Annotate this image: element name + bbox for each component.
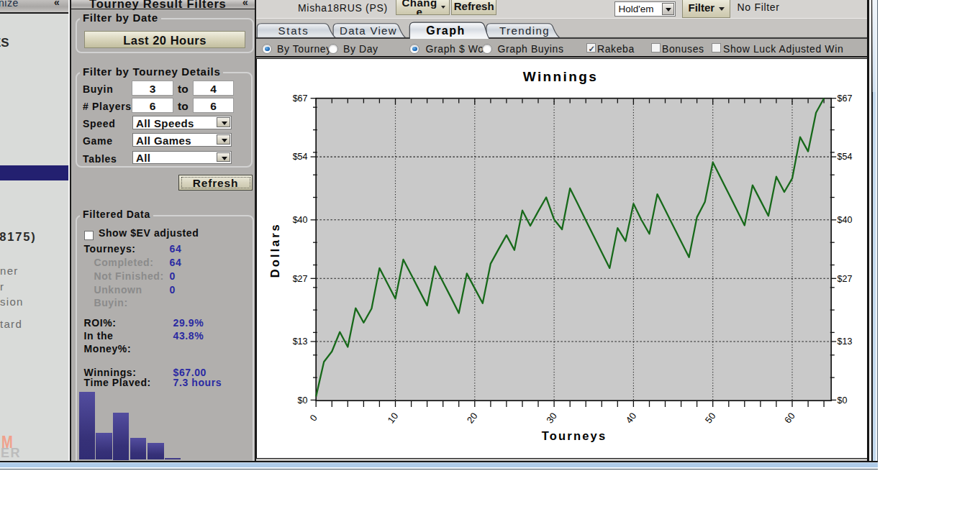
svg-text:$54: $54 <box>293 152 308 162</box>
svg-text:60: 60 <box>782 411 797 426</box>
svg-text:$13: $13 <box>293 336 308 347</box>
svg-text:$40: $40 <box>838 215 853 225</box>
svg-text:30: 30 <box>544 411 559 426</box>
svg-text:$40: $40 <box>293 215 308 225</box>
svg-text:$0: $0 <box>298 395 308 405</box>
svg-text:Trending: Trending <box>499 24 550 37</box>
svg-text:$0: $0 <box>838 395 848 405</box>
svg-text:$13: $13 <box>838 336 853 347</box>
svg-text:0: 0 <box>308 412 319 423</box>
svg-text:Stats: Stats <box>278 24 309 37</box>
svg-text:50: 50 <box>703 411 718 426</box>
svg-text:$67: $67 <box>293 93 308 103</box>
svg-text:20: 20 <box>465 411 480 426</box>
svg-text:Dollars: Dollars <box>268 222 281 278</box>
svg-text:Tourneys: Tourneys <box>542 429 607 442</box>
svg-text:$27: $27 <box>293 273 308 283</box>
svg-text:$54: $54 <box>838 152 853 162</box>
svg-text:$67: $67 <box>838 93 853 103</box>
svg-text:Data View: Data View <box>340 24 397 37</box>
svg-text:Winnings: Winnings <box>523 69 599 84</box>
svg-text:Graph: Graph <box>426 24 466 37</box>
svg-text:40: 40 <box>623 411 638 426</box>
svg-text:$27: $27 <box>838 273 853 283</box>
svg-text:10: 10 <box>386 411 401 426</box>
